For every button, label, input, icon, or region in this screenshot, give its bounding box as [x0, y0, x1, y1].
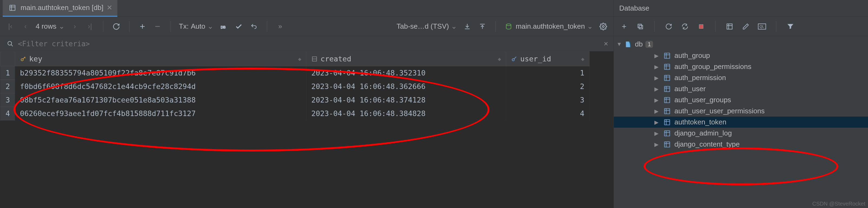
- datasource-dropdown[interactable]: main.authtoken_token ⌄: [504, 22, 593, 31]
- cell-key[interactable]: b29352f88355794a805109f22fa8e7e87c91d7b6: [15, 66, 306, 80]
- datasource-icon: [504, 22, 514, 31]
- table-icon: [663, 108, 671, 115]
- reload-icon[interactable]: [112, 22, 121, 31]
- expand-icon[interactable]: ▶: [654, 75, 660, 81]
- stop-icon[interactable]: [696, 22, 706, 31]
- table-row[interactable]: 308bf5c2faea76a1671307bcee051e8a503a3138…: [0, 93, 589, 107]
- filter-bar: ×: [0, 36, 614, 51]
- cell-userid[interactable]: 2: [506, 80, 589, 93]
- sort-icon[interactable]: ◆: [498, 56, 501, 62]
- settings-icon[interactable]: [598, 22, 608, 31]
- tree-table-item[interactable]: ▶auth_group_permissions: [614, 61, 868, 72]
- rollback-icon[interactable]: [249, 22, 259, 31]
- tx-prefix: Tx:: [179, 22, 189, 31]
- svg-rect-46: [664, 142, 670, 147]
- expand-icon[interactable]: ▶: [654, 64, 660, 70]
- tree-table-item[interactable]: ▶auth_user_groups: [614, 94, 868, 106]
- cell-userid[interactable]: 4: [506, 107, 589, 120]
- filter-icon[interactable]: [785, 22, 795, 31]
- svg-point-13: [512, 59, 514, 61]
- add-datasource-icon[interactable]: +: [619, 22, 629, 31]
- datasource-label: main.authtoken_token: [516, 22, 585, 31]
- svg-rect-40: [664, 120, 670, 125]
- svg-rect-17: [727, 24, 732, 29]
- db-root[interactable]: ▼ db 1: [614, 38, 868, 50]
- expand-icon[interactable]: ▶: [654, 53, 660, 59]
- filter-input[interactable]: [18, 40, 601, 48]
- expand-icon[interactable]: ▶: [654, 108, 660, 114]
- table-name: auth_user_groups: [674, 96, 731, 104]
- svg-rect-43: [664, 131, 670, 136]
- download-icon[interactable]: [462, 22, 472, 31]
- rows-label: 4 rows: [36, 22, 57, 31]
- cell-key[interactable]: 06260ecef93aee1fd07fcf4b815888d711fc3127: [15, 107, 306, 120]
- remove-row-icon[interactable]: −: [153, 22, 162, 31]
- expand-icon[interactable]: ▼: [617, 41, 622, 47]
- tree-table-item[interactable]: ▶django_content_type: [614, 139, 868, 150]
- expand-icon[interactable]: ▶: [654, 119, 660, 125]
- column-header-key[interactable]: key ◆: [15, 52, 306, 66]
- sort-icon[interactable]: ◆: [581, 56, 584, 62]
- cell-created[interactable]: 2023-04-04 16:06:48.374128: [306, 93, 506, 107]
- sort-icon[interactable]: ◆: [298, 56, 301, 62]
- more-icon[interactable]: »: [275, 22, 285, 31]
- next-page-icon[interactable]: ›: [70, 22, 80, 31]
- search-icon[interactable]: [5, 39, 15, 49]
- key-icon: [20, 56, 27, 62]
- refresh-icon[interactable]: [664, 22, 674, 31]
- table-row[interactable]: 1b29352f88355794a805109f22fa8e7e87c91d7b…: [0, 66, 589, 80]
- submit-icon[interactable]: [234, 22, 244, 31]
- editor-tab[interactable]: main.authtoken_token [db] ✕: [3, 0, 117, 17]
- expand-icon[interactable]: ▶: [654, 141, 660, 148]
- table-icon: [663, 86, 671, 92]
- expand-icon[interactable]: ▶: [654, 97, 660, 103]
- tree-table-item[interactable]: ▶auth_user_user_permissions: [614, 106, 868, 117]
- tx-mode-dropdown[interactable]: Tx: Auto ⌄: [179, 22, 214, 31]
- last-page-icon[interactable]: ›|: [85, 22, 95, 31]
- data-grid: key ◆ created ◆: [0, 51, 614, 208]
- cell-created[interactable]: 2023-04-04 16:06:48.384828: [306, 107, 506, 120]
- upload-icon[interactable]: [477, 22, 487, 31]
- table-row[interactable]: 2f0bd6f608f8d6dc547682c1e44cb9cfe28c8294…: [0, 80, 589, 93]
- first-page-icon[interactable]: |‹: [5, 22, 15, 31]
- cell-userid[interactable]: 1: [506, 66, 589, 80]
- table-icon: [663, 119, 671, 126]
- table-row[interactable]: 406260ecef93aee1fd07fcf4b815888d711fc312…: [0, 107, 589, 120]
- cell-created[interactable]: 2023-04-04 16:06:48.362666: [306, 80, 506, 93]
- export-format-dropdown[interactable]: Tab-se…d (TSV) ⌄: [397, 22, 457, 31]
- svg-line-9: [11, 44, 13, 46]
- tree-table-item[interactable]: ▶auth_user: [614, 83, 868, 94]
- table-icon: [663, 130, 671, 137]
- prev-page-icon[interactable]: ‹: [21, 22, 30, 31]
- expand-icon[interactable]: ▶: [654, 86, 660, 92]
- svg-rect-34: [664, 97, 670, 103]
- tree-table-item[interactable]: ▶django_admin_log: [614, 128, 868, 139]
- commit-icon[interactable]: DB: [219, 22, 228, 31]
- sync-icon[interactable]: [680, 22, 690, 31]
- svg-text:QL: QL: [760, 25, 764, 28]
- database-tree: ▼ db 1 ▶auth_group▶auth_group_permission…: [614, 36, 868, 208]
- tree-table-item[interactable]: ▶auth_group: [614, 50, 868, 61]
- duplicate-icon[interactable]: [636, 22, 645, 31]
- column-header-created[interactable]: created ◆: [306, 52, 506, 66]
- close-icon[interactable]: ✕: [106, 3, 113, 12]
- expand-icon[interactable]: ▶: [654, 130, 660, 137]
- table-view-icon[interactable]: [725, 22, 735, 31]
- rows-count-dropdown[interactable]: 4 rows ⌄: [36, 22, 65, 31]
- edit-icon[interactable]: [741, 22, 751, 31]
- svg-rect-22: [664, 53, 670, 58]
- row-number: 2: [0, 80, 15, 93]
- add-row-icon[interactable]: +: [137, 22, 147, 31]
- tree-table-item[interactable]: ▶authtoken_token: [614, 117, 868, 128]
- console-icon[interactable]: QL: [757, 22, 767, 31]
- clear-filter-icon[interactable]: ×: [604, 39, 608, 48]
- cell-key[interactable]: 08bf5c2faea76a1671307bcee051e8a503a31388: [15, 93, 306, 107]
- tree-table-item[interactable]: ▶auth_permission: [614, 72, 868, 83]
- row-number: 1: [0, 66, 15, 80]
- chevron-down-icon: ⌄: [208, 22, 213, 31]
- cell-key[interactable]: f0bd6f608f8d6dc547682c1e44cb9cfe28c8294d: [15, 80, 306, 93]
- cell-created[interactable]: 2023-04-04 16:06:48.352310: [306, 66, 506, 80]
- svg-rect-15: [638, 24, 642, 28]
- cell-userid[interactable]: 3: [506, 93, 589, 107]
- column-header-userid[interactable]: user_id ◆: [506, 52, 589, 66]
